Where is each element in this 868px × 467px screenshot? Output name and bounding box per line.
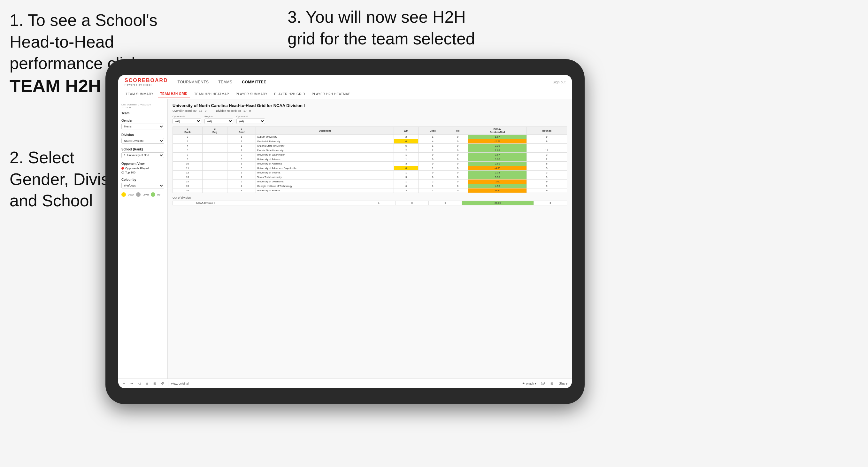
tab-team-h2h-grid[interactable]: TEAM H2H GRID: [158, 91, 190, 97]
nav-teams[interactable]: TEAMS: [219, 79, 232, 86]
team-section: Team: [121, 112, 164, 115]
table-row: 142University of Oklahoma120-1.009: [173, 180, 567, 184]
col-tie: Tie: [447, 127, 468, 135]
tab-team-summary[interactable]: TEAM SUMMARY: [123, 91, 156, 97]
gender-label: Gender: [121, 119, 164, 122]
undo-button[interactable]: ↩: [121, 381, 126, 386]
colour-legend: Down Level Up: [121, 192, 164, 197]
left-panel: Last Updated: 27/03/2024 16:55:38 Team G…: [118, 99, 168, 378]
tablet-screen: SCOREBOARD Powered by clippi TOURNAMENTS…: [118, 75, 572, 388]
legend-down-dot: [121, 192, 126, 197]
table-row: 105University of Alabama3002.618: [173, 162, 567, 166]
col-rank: #Rank: [173, 127, 203, 135]
sub-nav: TEAM SUMMARY TEAM H2H GRID TEAM H2H HEAT…: [118, 89, 572, 99]
table-row: 21Auburn University2101.679: [173, 135, 567, 139]
overall-record: Overall Record: 89 - 17 - 0: [173, 109, 206, 113]
crop-button[interactable]: ⊞: [152, 381, 157, 386]
logo: SCOREBOARD Powered by clippi: [125, 77, 168, 86]
legend-level-label: Level: [143, 193, 149, 196]
table-header-row: #Rank #Reg #Conf Opponent Win Loss Tie D…: [173, 127, 567, 135]
redo-button[interactable]: ↪: [129, 381, 134, 386]
ood-tie: 0: [429, 201, 462, 206]
add-button[interactable]: ⊕: [145, 381, 150, 386]
radio-opponents-played[interactable]: Opponents Played: [121, 167, 164, 170]
col-loss: Loss: [418, 127, 447, 135]
ood-rounds: 3: [533, 201, 567, 206]
table-row: 41Arizona State University5102.29: [173, 144, 567, 148]
data-table: #Rank #Reg #Conf Opponent Win Loss Tie D…: [173, 126, 567, 193]
tab-player-h2h-grid[interactable]: PLAYER H2H GRID: [272, 91, 308, 97]
watch-button[interactable]: 👁 Watch ▾: [522, 382, 536, 385]
legend-down-label: Down: [128, 193, 134, 196]
division-record: Division Record: 88 - 17 - 0: [216, 109, 251, 113]
back-button[interactable]: ◁: [137, 381, 142, 386]
gender-select[interactable]: Men's: [121, 124, 164, 129]
opponent-view-section: Opponent View Opponents Played Top 100: [121, 162, 164, 174]
content-area: Last Updated: 27/03/2024 16:55:38 Team G…: [118, 99, 572, 378]
colour-select[interactable]: Win/Loss: [121, 183, 164, 188]
division-label: Division: [121, 133, 164, 137]
filter-opponents-select[interactable]: (All): [173, 119, 201, 124]
col-reg: #Reg: [202, 127, 227, 135]
table-row: 131Texas Tech University3005.569: [173, 175, 567, 180]
grid-title: University of North Carolina Head-to-Hea…: [173, 103, 567, 108]
filter-region-select[interactable]: (All): [205, 119, 233, 124]
comment-button[interactable]: 💬: [539, 381, 546, 386]
col-conf: #Conf: [227, 127, 255, 135]
ood-win: 1: [362, 201, 396, 206]
toolbar-separator: [168, 381, 168, 386]
col-opponent: Opponent: [255, 127, 394, 135]
toolbar-right: 👁 Watch ▾ 💬 ⊞ Share: [522, 381, 569, 386]
grid-records: Overall Record: 89 - 17 - 0 Division Rec…: [173, 109, 567, 113]
division-select[interactable]: NCAA Division I: [121, 138, 164, 144]
tablet-frame: SCOREBOARD Powered by clippi TOURNAMENTS…: [105, 59, 585, 404]
sign-out-button[interactable]: Sign out: [553, 80, 565, 84]
share-button[interactable]: Share: [557, 381, 569, 386]
table-row: 82University of Washington1003.673: [173, 153, 567, 157]
view-label[interactable]: View: Original: [171, 382, 188, 385]
school-select[interactable]: 1. University of Nort...: [121, 152, 164, 158]
out-of-division: Out of division NCAA Division II 1 0 0 2…: [173, 196, 567, 206]
colour-section: Colour by Win/Loss: [121, 178, 164, 188]
ood-loss: 0: [396, 201, 429, 206]
col-diff: Diff AvStrokes/Rnd: [468, 127, 526, 135]
table-row: 116University of Arkansas, Fayetteville0…: [173, 166, 567, 170]
filter-opponent-label: Opponent: [237, 115, 265, 118]
filter-row: Opponents: (All) Region (All) Opponent: [173, 115, 567, 124]
logo-sub: Powered by clippi: [125, 83, 168, 86]
legend-up-label: Up: [157, 193, 160, 196]
school-section: School (Rank) 1. University of Nort...: [121, 148, 164, 158]
col-rounds: Rounds: [526, 127, 567, 135]
ood-division: [173, 201, 195, 206]
division-section: Division NCAA Division I: [121, 133, 164, 144]
logo-main: SCOREBOARD: [125, 77, 168, 83]
radio-dot-1: [121, 167, 124, 169]
tab-player-h2h-heatmap[interactable]: PLAYER H2H HEATMAP: [309, 91, 353, 97]
filter-opponents-group: Opponents: (All): [173, 115, 201, 124]
tab-player-summary[interactable]: PLAYER SUMMARY: [233, 91, 270, 97]
bottom-toolbar: ↩ ↪ ◁ ⊕ ⊞ ⏱ View: Original 👁 Watch ▾ 💬 ⊞…: [118, 378, 572, 388]
colour-label: Colour by: [121, 178, 164, 181]
present-button[interactable]: ⊞: [549, 381, 554, 386]
timestamp: Last Updated: 27/03/2024 16:55:38: [121, 103, 164, 109]
nav-tournaments[interactable]: TOURNAMENTS: [178, 79, 209, 86]
ood-name: NCAA Division II: [195, 201, 362, 206]
legend-up-dot: [151, 192, 155, 197]
legend-level-dot: [136, 192, 141, 197]
radio-dot-2: [121, 171, 124, 174]
table-row: 32Vanderbilt University040-2.298: [173, 139, 567, 144]
table-row: 154Georgia Institute of Technology6104.5…: [173, 184, 567, 188]
table-row: 163University of Florida310-6.429: [173, 188, 567, 193]
table-row: 93University of Arizona1009.002: [173, 157, 567, 162]
filter-opponents-label: Opponents:: [173, 115, 201, 118]
radio-group: Opponents Played Top 100: [121, 167, 164, 174]
radio-top100[interactable]: Top 100: [121, 171, 164, 174]
out-of-division-row: NCAA Division II 1 0 0 26.00 3: [173, 201, 567, 206]
tab-team-h2h-heatmap[interactable]: TEAM H2H HEATMAP: [192, 91, 231, 97]
nav-committee[interactable]: COMMITTEE: [242, 79, 267, 86]
col-win: Win: [394, 127, 418, 135]
nav-bar: SCOREBOARD Powered by clippi TOURNAMENTS…: [118, 75, 572, 89]
filter-opponent-select[interactable]: (All): [237, 119, 265, 124]
table-row: 123University of Virginia1002.333: [173, 170, 567, 175]
clock-button[interactable]: ⏱: [160, 381, 165, 386]
